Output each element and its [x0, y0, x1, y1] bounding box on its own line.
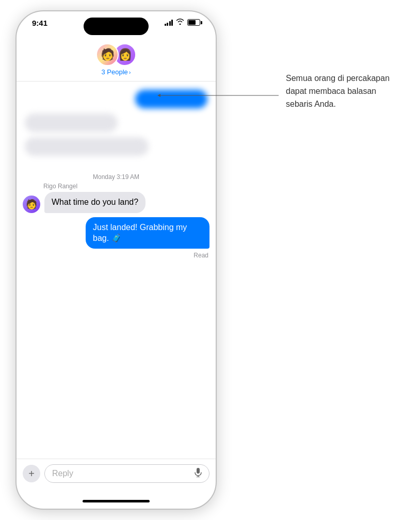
battery-icon — [187, 19, 200, 26]
blurred-sent-1 — [25, 90, 207, 108]
scene: 9:41 — [0, 0, 420, 520]
mic-icon[interactable] — [195, 468, 202, 479]
group-label-text: 3 People — [102, 68, 128, 76]
home-bar — [83, 500, 150, 502]
plus-icon: + — [28, 468, 35, 480]
blurred-received-2 — [25, 137, 207, 156]
avatar-person1: 🧑 — [96, 43, 119, 66]
read-receipt: Read — [17, 252, 216, 259]
dynamic-island — [84, 18, 149, 35]
annotation-text: Semua orang di percakapan dapat membaca … — [286, 72, 399, 110]
messages-content: Monday 3:19 AM Rigo Rangel 🧑 What time d… — [17, 82, 216, 459]
signal-icon — [165, 20, 173, 26]
wifi-icon — [176, 19, 184, 26]
chevron-right-icon: › — [129, 69, 131, 75]
sent-message-row: Just landed! Grabbing my bag. 🧳 — [17, 216, 216, 250]
status-bar: 9:41 — [17, 11, 216, 39]
home-indicator — [17, 493, 216, 509]
status-icons — [165, 19, 201, 26]
sender-name: Rigo Rangel — [43, 183, 216, 190]
sender-avatar: 🧑 — [23, 196, 40, 213]
iphone-frame: 9:41 — [15, 10, 217, 510]
svg-rect-0 — [197, 468, 200, 474]
received-message-row: 🧑 What time do you land? — [17, 191, 216, 214]
reply-input[interactable]: Reply — [44, 464, 209, 483]
plus-button[interactable]: + — [23, 465, 40, 482]
nav-bar: 🧑 👩 3 People › — [17, 39, 216, 82]
reply-placeholder: Reply — [52, 469, 73, 478]
status-time: 9:41 — [32, 19, 47, 27]
timestamp: Monday 3:19 AM — [17, 173, 216, 181]
group-label[interactable]: 3 People › — [102, 68, 131, 76]
avatar-group[interactable]: 🧑 👩 — [96, 43, 136, 66]
blurred-messages-area — [17, 82, 216, 169]
received-bubble: What time do you land? — [44, 192, 146, 213]
annotation-callout: Semua orang di percakapan dapat membaca … — [286, 72, 399, 110]
blurred-received-1 — [25, 113, 207, 132]
input-bar: + Reply — [17, 459, 216, 493]
sent-bubble: Just landed! Grabbing my bag. 🧳 — [86, 217, 209, 249]
